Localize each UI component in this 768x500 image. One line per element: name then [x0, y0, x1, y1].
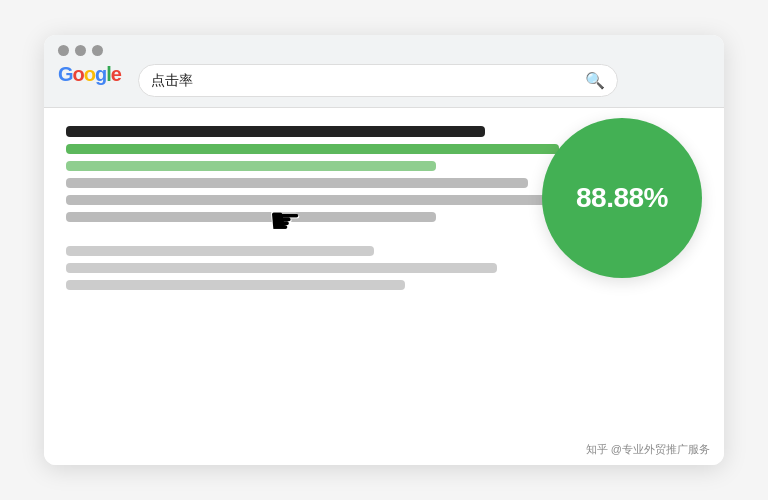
ctr-percentage: 88.88%	[576, 182, 668, 214]
footer-watermark: 知乎 @专业外贸推广服务	[586, 442, 710, 457]
browser-window: Google 点击率 🔍 ☛	[44, 35, 724, 465]
dot-minimize[interactable]	[75, 45, 86, 56]
result-desc-line-3	[66, 212, 436, 222]
result-desc-line-2	[66, 195, 608, 205]
search-bar[interactable]: 点击率 🔍	[138, 64, 618, 97]
result-green-line-1	[66, 144, 559, 154]
window-controls	[58, 45, 710, 56]
result-desc-line-1	[66, 178, 528, 188]
result-line-6	[66, 280, 405, 290]
result-green-line-2	[66, 161, 436, 171]
result-line-5	[66, 263, 497, 273]
result-line-4	[66, 246, 374, 256]
browser-content: ☛ 88.88% 知乎 @专业外贸推广服务	[44, 108, 724, 465]
result-title-line	[66, 126, 485, 137]
search-input[interactable]: 点击率	[151, 72, 577, 90]
search-icon[interactable]: 🔍	[585, 71, 605, 90]
dot-maximize[interactable]	[92, 45, 103, 56]
google-logo: Google	[58, 63, 121, 86]
dot-close[interactable]	[58, 45, 69, 56]
browser-chrome: Google 点击率 🔍	[44, 35, 724, 108]
ctr-badge: 88.88%	[542, 118, 702, 278]
